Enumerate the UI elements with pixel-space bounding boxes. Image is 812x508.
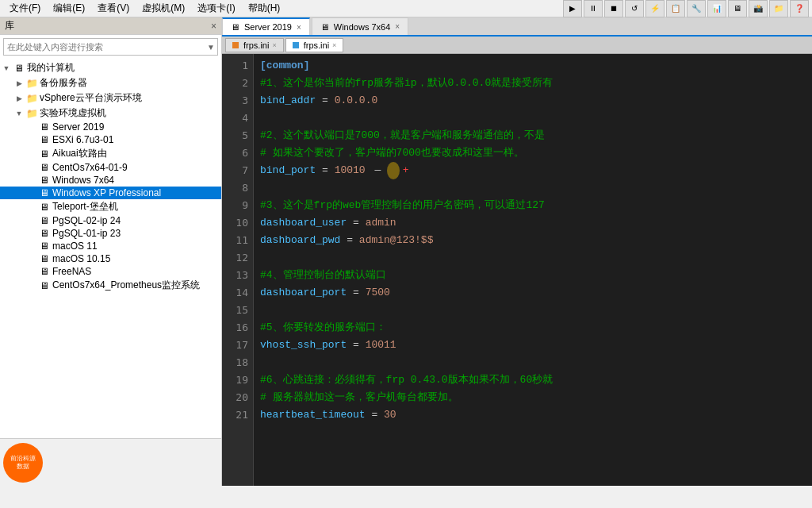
tree-label-server2019: Server 2019 <box>52 121 104 133</box>
code-val-7: 10010 <box>328 162 366 179</box>
code-eq-21: = <box>371 406 377 424</box>
menu-help[interactable]: 帮助(H) <box>242 0 287 17</box>
tab-close-0[interactable]: × <box>297 23 301 32</box>
line-num-5: 5 <box>222 127 253 144</box>
code-line-4 <box>260 110 806 127</box>
tree-label-mypc: 我的计算机 <box>27 61 75 75</box>
toolbar-btn-3[interactable]: ⏹ <box>604 0 623 17</box>
tree-item-centos7prom[interactable]: 🖥 CentOs7x64_Prometheus监控系统 <box>0 278 221 293</box>
left-panel-header: 库 × <box>0 17 221 35</box>
tree-item-winxp[interactable]: 🖥 Windows XP Professional <box>0 187 221 199</box>
menu-vm[interactable]: 虚拟机(M) <box>136 0 191 17</box>
tree-item-mypc[interactable]: ▼ 🖥 我的计算机 <box>0 60 221 75</box>
code-line-13: #4、管理控制台的默认端口 <box>260 267 806 284</box>
code-val-14: 7500 <box>359 284 390 302</box>
toolbar-btn-7[interactable]: 🔧 <box>687 0 706 17</box>
menu-edit[interactable]: 编辑(E) <box>47 0 91 17</box>
code-line-14: dashboard_port = 7500 <box>260 284 806 302</box>
tree-item-lab[interactable]: ▼ 📁 实验环境虚拟机 <box>0 106 221 121</box>
code-comment-6: # 如果这个要改了，客户端的7000也要改成和这里一样。 <box>260 144 524 162</box>
tab-icon-1: 🖥 <box>320 22 329 32</box>
menu-view[interactable]: 查看(V) <box>91 0 136 17</box>
toolbar-btn-2[interactable]: ⏸ <box>584 0 603 17</box>
tree-item-macos11[interactable]: 🖥 macOS 11 <box>0 240 221 252</box>
tree-icon-win7x64: 🖥 <box>38 175 51 186</box>
tree-item-aikuai[interactable]: 🖥 Aikuai软路由 <box>0 146 221 161</box>
tree-expand-lab[interactable]: ▼ <box>13 110 25 117</box>
tree-item-vsphere[interactable]: ▶ 📁 vSphere云平台演示环境 <box>0 90 221 106</box>
file-tab-close-0[interactable]: × <box>272 41 276 49</box>
toolbar-btn-8[interactable]: 📊 <box>707 0 726 17</box>
line-num-17: 17 <box>222 337 253 354</box>
code-val-17: 10011 <box>359 337 396 354</box>
code-line-18 <box>260 354 806 371</box>
tree-item-esxi[interactable]: 🖥 ESXi 6.7u3-01 <box>0 133 221 146</box>
tab-1[interactable]: 🖥 Windows 7x64 × <box>312 17 408 35</box>
line-num-4: 4 <box>222 110 253 127</box>
code-eq-17: = <box>353 337 359 354</box>
tree-label-winxp: Windows XP Professional <box>52 187 161 198</box>
tree-item-backup[interactable]: ▶ 📁 备份服务器 <box>0 75 221 90</box>
tree-icon-centos7prom: 🖥 <box>38 280 51 291</box>
line-num-7: 7 <box>222 162 253 179</box>
code-key-10: dashboard_user <box>260 214 353 232</box>
search-box: ▼ <box>3 38 218 56</box>
tree-item-server2019[interactable]: 🖥 Server 2019 <box>0 121 221 133</box>
code-comment-9: #3、这个是frp的web管理控制台的用户名密码，可以通过127 <box>260 197 545 214</box>
code-section-bracket: [ <box>260 57 266 75</box>
file-active-indicator <box>293 42 299 48</box>
code-eq-3: = <box>322 92 328 110</box>
tree-item-centos7x64[interactable]: 🖥 CentOs7x64-01-9 <box>0 161 221 174</box>
tree-expand-mypc[interactable]: ▼ <box>0 64 13 72</box>
toolbar-btn-11[interactable]: 📁 <box>769 0 788 17</box>
tree-icon-vsphere: 📁 <box>25 93 38 104</box>
code-annotation-7: — <box>369 162 387 179</box>
tree-expand-vsphere[interactable]: ▶ <box>13 94 25 102</box>
code-line-2: #1、这个是你当前的frp服务器ip，默认0.0.0.0就是接受所有 <box>260 75 806 92</box>
code-line-12 <box>260 249 806 267</box>
tab-0[interactable]: 🖥 Server 2019 × <box>222 17 310 35</box>
tab-label-1: Windows 7x64 <box>334 22 391 32</box>
code-line-5: #2、这个默认端口是7000，就是客户端和服务端通信的，不是 <box>260 127 806 144</box>
tree-item-freenas[interactable]: 🖥 FreeNAS <box>0 265 221 278</box>
tab-close-1[interactable]: × <box>395 22 400 31</box>
tree-icon-server2019: 🖥 <box>38 121 51 133</box>
code-comment-20: # 服务器就加这一条，客户机每台都要加。 <box>260 389 458 406</box>
code-comment-19: #6、心跳连接：必须得有，frp 0.43.0版本如果不加，60秒就 <box>260 371 553 389</box>
menu-tab[interactable]: 选项卡(I) <box>191 0 241 17</box>
toolbar-btn-10[interactable]: 📸 <box>749 0 768 17</box>
code-val-11: admin@123!$$ <box>353 232 433 249</box>
code-content[interactable]: [common]#1、这个是你当前的frp服务器ip，默认0.0.0.0就是接受… <box>254 54 812 486</box>
tree-label-aikuai: Aikuai软路由 <box>52 147 107 160</box>
tree-icon-mypc: 🖥 <box>13 63 25 74</box>
tree-label-teleport: Teleport-堡垒机 <box>52 200 118 214</box>
code-key-17: vhost_ssh_port <box>260 337 353 354</box>
toolbar-btn-12[interactable]: ❓ <box>790 0 809 17</box>
file-tab-close-1[interactable]: × <box>332 41 336 49</box>
tree-item-win7x64[interactable]: 🖥 Windows 7x64 <box>0 174 221 187</box>
toolbar-btn-5[interactable]: ⚡ <box>645 0 665 17</box>
tree-item-macos10[interactable]: 🖥 macOS 10.15 <box>0 252 221 265</box>
toolbar-btn-1[interactable]: ▶ <box>563 0 582 17</box>
tree-item-pgsql2[interactable]: 🖥 PgSQL-02-ip 24 <box>0 214 221 227</box>
file-tab-1[interactable]: frps.ini × <box>285 38 344 52</box>
tree-label-lab: 实验环境虚拟机 <box>40 106 106 120</box>
toolbar-btn-6[interactable]: 📋 <box>666 0 685 17</box>
line-num-11: 11 <box>222 232 253 249</box>
toolbar-btn-9[interactable]: 🖥 <box>728 0 747 17</box>
tree-item-teleport[interactable]: 🖥 Teleport-堡垒机 <box>0 199 221 214</box>
tab-bar: 🖥 Server 2019 × 🖥 Windows 7x64 × <box>222 17 812 37</box>
tree-expand-backup[interactable]: ▶ <box>13 79 25 87</box>
code-line-21: heartbeat_timeout = 30 <box>260 406 806 424</box>
tree-label-centos7x64: CentOs7x64-01-9 <box>52 162 128 173</box>
code-eq-11: = <box>347 232 353 249</box>
tree-icon-macos11: 🖥 <box>38 241 51 252</box>
file-tab-0[interactable]: frps.ini × <box>225 38 284 52</box>
menu-file[interactable]: 文件(F) <box>3 0 47 17</box>
tree-item-pgsql1[interactable]: 🖥 PgSQL-01-ip 23 <box>0 227 221 240</box>
code-line-9: #3、这个是frp的web管理控制台的用户名密码，可以通过127 <box>260 197 806 214</box>
left-panel-close[interactable]: × <box>211 21 216 32</box>
search-input[interactable] <box>3 38 218 56</box>
tree-label-backup: 备份服务器 <box>40 76 87 90</box>
toolbar-btn-4[interactable]: ↺ <box>625 0 644 17</box>
